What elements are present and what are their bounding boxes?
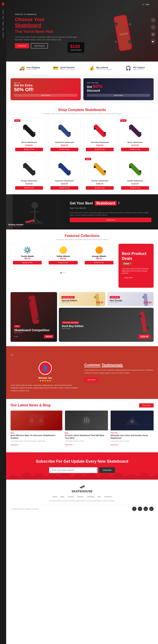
svg-point-37 bbox=[31, 202, 38, 208]
sidebar-item-blog[interactable]: Blog bbox=[2, 28, 4, 30]
hero-title-line1: Choose Your bbox=[15, 17, 44, 22]
feature-free-shipping: 🚚 Free Shipping Order Over $99 bbox=[19, 66, 40, 71]
sale-badge-3: SALE bbox=[85, 158, 91, 160]
ambassador-shop-button[interactable]: Shop Here bbox=[70, 218, 152, 222]
nr-special-edition-card: New Only Fans Special Edition See Produc… bbox=[59, 292, 105, 306]
footer-nav-trending[interactable]: Trending bbox=[87, 496, 94, 498]
product-mecha-add-cart-button[interactable]: ✚ Add To Cart bbox=[15, 148, 43, 151]
svg-point-56 bbox=[146, 326, 149, 329]
promo-banners-section: Big Sale Get An Extra 50% Off! View Prod… bbox=[6, 75, 158, 104]
product-card-hungry: Hungry Skateboard $120.00 ✚ Add To Cart bbox=[13, 156, 45, 192]
social-icon-3[interactable]: in bbox=[151, 32, 156, 37]
news-content-2: Blog 15 Facts About Skateboard That Will… bbox=[65, 430, 108, 448]
product-mecha-name: Mecha Skateboard bbox=[15, 141, 43, 143]
carousel-dots bbox=[10, 272, 116, 274]
social-facebook-icon[interactable]: f bbox=[132, 507, 137, 511]
feature-shipping-title: Free Shipping bbox=[26, 66, 40, 68]
svg-rect-62 bbox=[84, 418, 85, 423]
news-tag-3: Trick Tips bbox=[111, 432, 154, 434]
svg-point-60 bbox=[39, 418, 43, 423]
read-more-2[interactable]: Read More → bbox=[65, 444, 75, 446]
social-icon-4[interactable]: ▶ bbox=[151, 39, 156, 44]
footer-nav-checkout[interactable]: Checkout bbox=[104, 496, 112, 498]
product-card-superman: Superman Skateboard $120.00 ✚ Add To Car… bbox=[48, 156, 81, 192]
promo-red-view-button[interactable]: View Product bbox=[14, 94, 77, 97]
footer-nav-cart[interactable]: Cart bbox=[97, 496, 101, 498]
svg-point-3 bbox=[115, 23, 117, 25]
sidebar-item-contact[interactable]: Contact bbox=[2, 32, 4, 38]
hero-welcome: Welcome To Skatehouse bbox=[15, 13, 81, 16]
promo-dark-discount: 80% bbox=[93, 84, 103, 89]
feature-payment-desc: 100% Secure Payment bbox=[60, 68, 76, 70]
svg-point-52 bbox=[142, 296, 144, 298]
sidebar-item-shop[interactable]: Shop bbox=[2, 16, 4, 19]
ambassador-section: Rodney Hooden Brand Ambassador Get Your … bbox=[6, 194, 158, 230]
news-image-1 bbox=[10, 410, 62, 430]
read-more-3[interactable]: Read More → bbox=[111, 444, 120, 446]
social-youtube-icon[interactable]: yt bbox=[149, 507, 154, 511]
product-devilboy-add-cart-button[interactable]: ✚ Add To Cart bbox=[86, 148, 114, 151]
footer-nav-contact[interactable]: Contact bbox=[68, 496, 74, 498]
yellow-add-cart-button[interactable]: ✚ Add To Cart bbox=[49, 261, 77, 264]
social-icon-1[interactable]: f bbox=[151, 18, 156, 23]
trucks-add-cart-button[interactable]: ✚ Add To Cart bbox=[13, 261, 42, 264]
nr-main-subtitle: See Product bbox=[14, 332, 54, 334]
featured-promo-shop-button[interactable]: Shop Now bbox=[122, 276, 135, 280]
product-summer-add-cart-button[interactable]: ✚ Add To Cart bbox=[86, 186, 114, 190]
subscribe-section: Subscribe For Get Update Every New Skate… bbox=[6, 452, 158, 479]
featured-promo-card: Best Product Deals Deals ! Lorem ipsum d… bbox=[119, 244, 154, 288]
footer-nav-blog[interactable]: Blog bbox=[61, 496, 64, 498]
product-hungry-price: $120.00 bbox=[15, 183, 43, 185]
footer-nav: About Blog Contact Careers Trending Cart… bbox=[10, 496, 154, 498]
sale-badge: SALE bbox=[14, 119, 20, 122]
social-twitter-icon[interactable]: t bbox=[138, 507, 142, 511]
social-icon-2[interactable]: t bbox=[151, 24, 156, 30]
hero-side-icons: f t in ▶ bbox=[151, 18, 156, 44]
nr-newdesign-tag: New Tricks bbox=[110, 296, 120, 298]
testimonials-view-more-button[interactable]: View More bbox=[84, 378, 99, 382]
promo-dark-discount-label: Discount bbox=[87, 89, 100, 92]
product-hungry-add-cart-button[interactable]: ✚ Add To Cart bbox=[15, 186, 43, 190]
promo-dark-view-button[interactable]: View Product bbox=[87, 94, 150, 97]
subscribe-email-input[interactable] bbox=[49, 467, 97, 473]
news-excerpt-1: Lorem ipsum dolor sit amet consectetur a… bbox=[10, 440, 62, 442]
dot-3[interactable] bbox=[65, 272, 66, 274]
hero-shop-now-button[interactable]: Shop Now bbox=[15, 43, 29, 48]
hero-view-product-button[interactable]: View Product bbox=[31, 43, 48, 48]
nav-logo bbox=[1, 2, 5, 6]
featured-trucks-name: Trucks Metals bbox=[13, 255, 42, 258]
product-cyberpunk-add-cart-button[interactable]: ✚ Add To Cart bbox=[50, 148, 78, 151]
sidebar-item-pages[interactable]: Pages bbox=[2, 21, 4, 26]
hero-cart[interactable]: 🛒 Cart bbox=[142, 3, 149, 6]
promo-red-discount: 50% Off! bbox=[14, 87, 34, 92]
footer-nav-about[interactable]: About bbox=[52, 496, 57, 498]
subscribe-button[interactable]: Subscribe bbox=[99, 467, 115, 473]
orange-add-cart-button[interactable]: ✚ Add To Cart bbox=[85, 261, 114, 264]
dot-2[interactable] bbox=[63, 272, 64, 274]
social-linkedin-icon[interactable]: in bbox=[144, 507, 148, 511]
sidebar-item-about[interactable]: About bbox=[2, 10, 4, 14]
product-card-cyberpunk: Cyberpunk Skateboard $120.00 ✚ Add To Ca… bbox=[48, 118, 81, 154]
footer-nav-careers[interactable]: Careers bbox=[77, 496, 83, 498]
svg-rect-32 bbox=[128, 162, 142, 176]
news-section: Our Latest News & Blog View More Blog Mo… bbox=[6, 399, 158, 452]
svg-rect-11 bbox=[22, 124, 36, 138]
news-view-more-button[interactable]: View More bbox=[139, 403, 154, 408]
product-music-add-cart-button[interactable]: ✚ Add To Cart bbox=[121, 148, 149, 151]
dot-1[interactable] bbox=[60, 272, 62, 274]
hero-title-highlight: Skateboard bbox=[15, 22, 41, 28]
read-more-1[interactable]: Read More → bbox=[10, 444, 20, 446]
reviewer-stars: ★★★★★ bbox=[10, 379, 80, 382]
nr-main-tag: 2021 bbox=[14, 325, 20, 328]
product-summer-name: Summer Skateboard bbox=[86, 180, 114, 182]
product-superman-add-cart-button[interactable]: ✚ Add To Cart bbox=[50, 186, 78, 190]
features-section: 🚚 Free Shipping Order Over $99 💳 Quick P… bbox=[6, 62, 158, 75]
product-graffiti-add-cart-button[interactable]: ✚ Add To Cart bbox=[121, 186, 149, 190]
footer-logo: 🛹 SKATEHOUSE bbox=[10, 484, 154, 493]
news-image-2 bbox=[65, 410, 108, 430]
testimonials-info: Customer Testimonials Lorem ipsum dolor … bbox=[84, 363, 154, 382]
footer-site-name: SKATEHOUSE bbox=[10, 490, 154, 493]
subscribe-form: Subscribe bbox=[49, 467, 115, 473]
featured-section: Featured Collections Lorem ipsum dolor s… bbox=[6, 230, 158, 292]
reviewer-avatar: 👤 bbox=[39, 362, 52, 375]
